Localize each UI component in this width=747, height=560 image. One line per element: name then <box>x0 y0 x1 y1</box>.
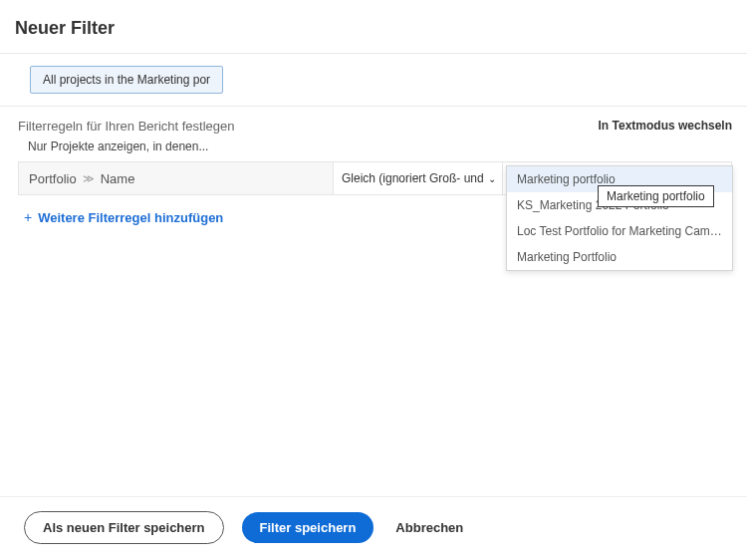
dropdown-option[interactable]: Loc Test Portfolio for Marketing Campaig… <box>507 218 732 244</box>
cancel-button[interactable]: Abbrechen <box>391 512 467 543</box>
page-title: Neuer Filter <box>0 0 747 54</box>
chevron-right-icon: ≫ <box>83 172 95 185</box>
field-parent: Portfolio <box>29 171 77 186</box>
save-as-new-filter-button[interactable]: Als neuen Filter speichern <box>24 511 224 544</box>
filter-header: Filterregeln für Ihren Bericht festlegen… <box>0 107 747 138</box>
field-path-cell[interactable]: Portfolio ≫ Name <box>19 162 333 194</box>
dropdown-option[interactable]: Marketing Portfolio <box>507 244 732 270</box>
add-rule-label: Weitere Filterregel hinzufügen <box>38 210 223 225</box>
top-bar: All projects in the Marketing por <box>0 54 747 107</box>
footer-actions: Als neuen Filter speichern Filter speich… <box>0 496 747 560</box>
filter-sub-label: Nur Projekte anzeigen, in denen... <box>0 138 747 161</box>
tooltip: Marketing portfolio <box>598 185 714 207</box>
operator-select-wrap[interactable]: Gleich (ignoriert Groß- und Kleinschreib… <box>333 162 502 194</box>
autocomplete-dropdown: Marketing portfolio KS_Marketing 2022 Po… <box>506 165 733 271</box>
filter-rules-label: Filterregeln für Ihren Bericht festlegen <box>18 119 235 134</box>
textmode-toggle-link[interactable]: In Textmodus wechseln <box>599 119 732 133</box>
save-filter-button[interactable]: Filter speichern <box>242 512 374 543</box>
plus-icon: + <box>24 209 32 225</box>
operator-select[interactable]: Gleich (ignoriert Groß- und Kleinschreib… <box>334 162 502 194</box>
project-scope-pill[interactable]: All projects in the Marketing por <box>30 66 223 94</box>
field-child: Name <box>101 171 135 186</box>
